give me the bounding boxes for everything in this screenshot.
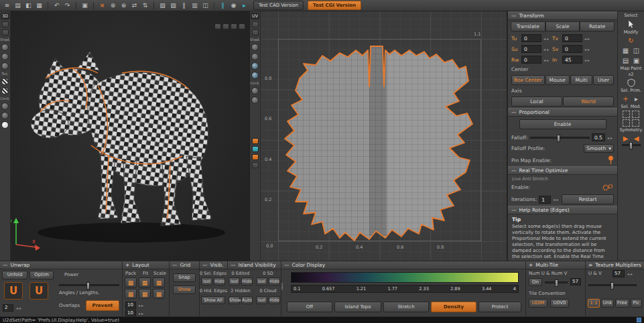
uv-viewport[interactable]: UV Shad. Cent. bbox=[250, 11, 507, 261]
free-button[interactable]: Free bbox=[615, 299, 629, 308]
import-icon[interactable]: ◧ bbox=[23, 1, 34, 10]
shading-sphere-icon[interactable] bbox=[251, 53, 259, 60]
show-button[interactable]: Show bbox=[229, 296, 240, 304]
center-pivot-icon[interactable] bbox=[1, 112, 9, 119]
uv-multiplier-stepper[interactable]: ◂▸ bbox=[627, 271, 634, 276]
texture-multipliers-panel-header[interactable]: =Texture Multipliers bbox=[586, 261, 644, 269]
pack-group-icon[interactable]: ▦ bbox=[125, 289, 137, 299]
in-field[interactable]: 45 bbox=[562, 56, 582, 64]
restart-button[interactable]: Restart bbox=[562, 194, 614, 204]
uv-island[interactable] bbox=[261, 11, 507, 261]
layout-stepper-2[interactable]: ◂▸ bbox=[138, 311, 145, 316]
view-option-icon[interactable] bbox=[252, 21, 259, 27]
lasso-select-icon[interactable] bbox=[632, 111, 639, 118]
unfold-tool-icon[interactable]: ▧ bbox=[157, 1, 168, 10]
mouse-button[interactable]: Mouse bbox=[545, 75, 570, 85]
collapse-icon[interactable]: — bbox=[511, 168, 517, 174]
hide-button[interactable]: Hide bbox=[269, 296, 280, 304]
symmetry-right-icon[interactable]: ◀ bbox=[632, 134, 641, 143]
distribute-icon[interactable]: ▥ bbox=[190, 1, 200, 10]
channel-toggle-icon[interactable] bbox=[222, 23, 229, 29]
color-picker-icon[interactable]: ▸ bbox=[239, 1, 249, 10]
fit-islands-icon[interactable]: ▦ bbox=[139, 277, 151, 287]
pack-tool-icon[interactable]: ▨ bbox=[168, 1, 178, 10]
multi-tile-panel-header[interactable]: +Multi-Tile bbox=[526, 261, 585, 269]
unwrap-page-value[interactable]: 2 bbox=[3, 304, 13, 312]
density-button[interactable]: Density bbox=[431, 302, 476, 312]
layout-stepper-1[interactable]: ◂▸ bbox=[138, 303, 145, 308]
collapse-icon[interactable]: — bbox=[3, 262, 8, 268]
3d-viewport[interactable]: 3D Shad. Tex. Cent. bbox=[0, 11, 250, 261]
uv-multiplier-value[interactable]: 57 bbox=[613, 270, 625, 277]
weld-edges-icon[interactable]: ⊕ bbox=[119, 1, 129, 10]
expand-icon[interactable]: + bbox=[529, 262, 533, 268]
collapse-icon[interactable]: — bbox=[511, 109, 517, 115]
ratio-1-1-button[interactable]: 1:1 bbox=[588, 299, 600, 308]
color-display-panel-header[interactable]: —Color Display bbox=[281, 261, 525, 269]
collapse-icon[interactable]: — bbox=[231, 262, 236, 268]
isol-button[interactable]: Isol bbox=[201, 277, 212, 285]
pointer-mode-icon[interactable]: ▸ bbox=[632, 94, 641, 103]
falloff-slider[interactable] bbox=[530, 137, 590, 139]
tv-stepper[interactable]: ◂▸ bbox=[584, 36, 591, 41]
falloff-slider-handle[interactable] bbox=[557, 135, 560, 142]
show-all-button[interactable]: Show All bbox=[201, 296, 225, 304]
tu-stepper[interactable]: ◂▸ bbox=[543, 36, 550, 41]
multi-tile-count-value[interactable]: 57 bbox=[570, 278, 581, 285]
optim-button[interactable]: Optim bbox=[29, 271, 54, 279]
rw-field[interactable]: 0 bbox=[521, 56, 541, 64]
collapse-icon[interactable]: — bbox=[284, 262, 289, 268]
optim-u-logo-icon[interactable]: U bbox=[29, 282, 48, 300]
texture-checker-icon[interactable] bbox=[1, 78, 9, 85]
power-slider[interactable] bbox=[59, 284, 119, 286]
texture-multiplier-slider[interactable] bbox=[588, 284, 637, 286]
udim-button[interactable]: UDIM bbox=[529, 299, 548, 308]
user-button[interactable]: User bbox=[593, 75, 614, 85]
uv-tile-convention-button[interactable]: U0V0 bbox=[550, 299, 569, 308]
globe-display-icon[interactable] bbox=[251, 72, 259, 79]
falloff-profile-dropdown[interactable]: Smooth ▾ bbox=[584, 144, 614, 153]
flip-horizontal-icon[interactable]: ⇄ bbox=[129, 1, 139, 10]
add-select-icon[interactable]: + bbox=[621, 94, 630, 103]
scale-group-icon[interactable]: ▦ bbox=[153, 289, 165, 299]
save-icon[interactable]: ▤ bbox=[13, 1, 23, 10]
falloff-stepper[interactable]: ◂▸ bbox=[607, 135, 614, 140]
delete-icon[interactable]: × bbox=[97, 1, 107, 10]
uv-canvas[interactable]: 1,1 0,0 0.2 0.4 0.6 0.8 0.8 0.6 0.4 0.2 bbox=[261, 11, 507, 261]
channel-toggle-icon[interactable] bbox=[239, 23, 245, 29]
shading-sphere-icon[interactable] bbox=[251, 44, 259, 51]
island-select-icon[interactable] bbox=[623, 119, 630, 127]
unfold-button[interactable]: Unfold bbox=[2, 271, 27, 279]
unwrap-page-stepper[interactable]: ◂▸ bbox=[16, 306, 23, 310]
auto-button[interactable]: Auto bbox=[241, 296, 253, 304]
tab-scale[interactable]: Scale bbox=[545, 21, 580, 31]
select-similar-icon[interactable]: ◫ bbox=[200, 1, 210, 10]
falloff-value[interactable]: 0.5 bbox=[592, 133, 605, 141]
test-cad-version-button[interactable]: Test CAD Version bbox=[253, 1, 304, 10]
isol-button[interactable]: Isol bbox=[256, 277, 267, 285]
export-icon[interactable]: ▦ bbox=[34, 1, 44, 10]
redo-icon[interactable]: ↷ bbox=[62, 1, 72, 10]
scale-islands-icon[interactable]: ▦ bbox=[153, 277, 165, 287]
tab-translate[interactable]: Translate bbox=[511, 21, 545, 31]
screenshot-icon[interactable]: ▣ bbox=[80, 1, 90, 10]
display-mode-icon[interactable] bbox=[252, 138, 259, 144]
protect-button[interactable]: Protect bbox=[478, 302, 521, 312]
view-option-icon[interactable] bbox=[2, 21, 9, 27]
rw-stepper[interactable]: ◂▸ bbox=[543, 58, 550, 62]
pin-icon[interactable] bbox=[608, 155, 614, 165]
isol-button[interactable]: Isol bbox=[229, 277, 240, 285]
shading-sphere-icon[interactable] bbox=[1, 53, 9, 60]
grid-snap-icon[interactable]: ▦ bbox=[621, 46, 630, 55]
collapse-icon[interactable]: — bbox=[202, 262, 208, 268]
flip-vertical-icon[interactable]: ⇅ bbox=[140, 1, 150, 10]
collapse-icon[interactable]: = bbox=[588, 262, 592, 268]
power-slider-handle[interactable] bbox=[86, 282, 90, 289]
world-axis-button[interactable]: World bbox=[563, 96, 614, 107]
unfold-u-logo-icon[interactable]: U bbox=[4, 282, 23, 300]
help-rotate-panel-header[interactable]: — Help Rotate (Edges) bbox=[508, 206, 617, 214]
expand-icon[interactable]: + bbox=[125, 262, 129, 268]
straighten-icon[interactable]: ∥ bbox=[179, 1, 189, 10]
center-pivot-icon[interactable] bbox=[251, 96, 259, 104]
marquee-select-icon[interactable] bbox=[623, 111, 630, 118]
